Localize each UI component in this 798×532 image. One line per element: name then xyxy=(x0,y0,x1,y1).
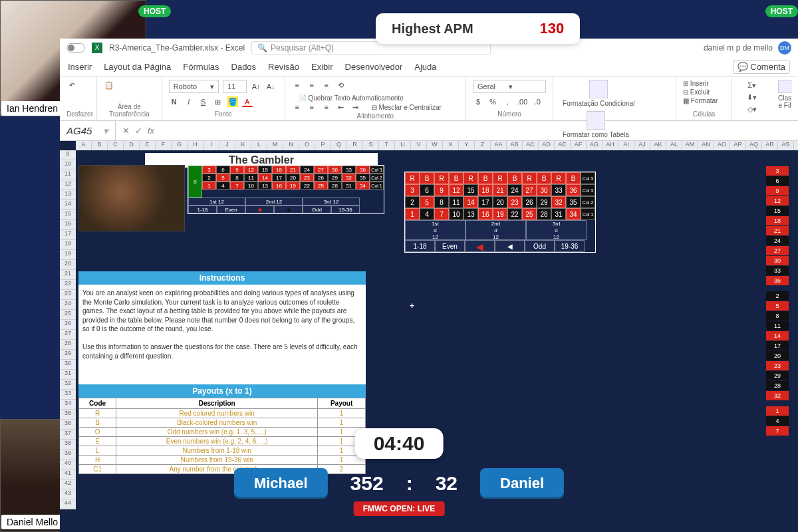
paste-button[interactable]: 📋 xyxy=(104,80,114,90)
fill-color[interactable]: 🪣 xyxy=(227,96,238,107)
timer: 04:40 xyxy=(355,428,444,459)
ribbon-align: ≡ ≡ ≡ ⟲ 📄 Quebrar Texto Automaticamente … xyxy=(285,77,466,120)
user-area[interactable]: daniel m p de mello DM xyxy=(704,41,791,55)
indent-inc[interactable]: ⇥ xyxy=(350,102,361,112)
score-bar: Michael 352 : 32 Daniel xyxy=(234,468,564,499)
search-placeholder: Pesquisar (Alt+Q) xyxy=(271,43,334,53)
ribbon-number: Geral▾ $ % , .00 .0 Número xyxy=(466,77,553,120)
font-color[interactable]: A xyxy=(242,96,253,107)
ribbon-edit: Σ▾ ⬇▾ ◇▾ xyxy=(732,77,771,120)
ribbon-undo: ↶ Desfazer xyxy=(60,77,97,120)
score-p2: 32 xyxy=(436,472,458,495)
menu-item[interactable]: Layout da Página xyxy=(104,62,171,72)
search-icon: 🔍 xyxy=(257,43,267,53)
ribbon-cells: ⊞ Inserir ⊟ Excluir ▦ Formatar Células xyxy=(676,77,732,120)
bold-button[interactable]: N xyxy=(169,96,180,107)
comments-button[interactable]: 💬 Comenta xyxy=(733,60,790,74)
border-button[interactable]: ⊞ xyxy=(213,96,223,107)
menu-item[interactable]: Fórmulas xyxy=(183,62,219,72)
excel-icon: X xyxy=(92,43,102,53)
instructions-box: Instructions You are an analyst keen on … xyxy=(78,271,366,398)
nametag-bottom: Daniel Mello xyxy=(1,515,63,529)
underline-button[interactable]: S xyxy=(198,96,209,107)
orient[interactable]: ⟲ xyxy=(336,80,346,90)
ribbon-font: Roboto▾ 11 A↑ A↓ N I S ⊞ 🪣 A Fonte xyxy=(162,77,285,120)
score-colon: : xyxy=(406,472,413,495)
indent-dec[interactable]: ⇤ xyxy=(336,102,346,112)
apm-label: Highest APM xyxy=(392,21,473,37)
ribbon: ↶ Desfazer 📋 Área de Transferência Robot… xyxy=(60,77,798,121)
apm-card: Highest APM 130 xyxy=(376,13,580,44)
numfmt-selector[interactable]: Geral▾ xyxy=(473,80,546,93)
nametag-top: Ian Hendren xyxy=(1,101,63,116)
cancel-icon[interactable]: ✕ xyxy=(122,126,130,136)
betting-table-main: 0369121518212427303336Col 32581114172023… xyxy=(188,165,384,214)
ribbon-styles: Formatação Condicional Formatar como Tab… xyxy=(553,77,676,120)
user-name: daniel m p de mello xyxy=(704,43,773,53)
file-title: R3-America_The-Gambler.xlsx - Excel xyxy=(109,43,245,53)
chevron-down-icon: ▾ xyxy=(210,82,214,91)
payouts-table: Payouts (x to 1) CodeDescriptionPayoutRR… xyxy=(78,384,366,474)
avatar: DM xyxy=(778,41,791,55)
italic-button[interactable]: I xyxy=(184,96,194,107)
live-badge: FMWC OPEN: LIVE xyxy=(354,501,445,516)
cursor-cross: + xyxy=(410,301,414,311)
sum-button[interactable]: Σ▾ xyxy=(747,80,757,90)
row-numbers[interactable]: 9101112131415161718192021222324252627282… xyxy=(60,150,76,509)
wrap-button[interactable]: 📄 Quebrar Texto Automaticamente xyxy=(299,94,404,102)
menu-item[interactable]: Ajuda xyxy=(414,62,436,72)
host-badge-right: HOST xyxy=(765,5,798,17)
align-mid[interactable]: ≡ xyxy=(307,80,317,90)
dec-dec[interactable]: .0 xyxy=(532,96,543,107)
merge-button[interactable]: ⊟ Mesclar e Centralizar xyxy=(372,104,442,111)
dec-inc[interactable]: .00 xyxy=(517,96,528,107)
fx-icon[interactable]: fx xyxy=(148,126,154,136)
ribbon-sort: Clas e Fil xyxy=(771,77,798,120)
align-left[interactable]: ≡ xyxy=(292,102,303,112)
instructions-header: Instructions xyxy=(78,271,366,285)
font-selector[interactable]: Roboto▾ xyxy=(169,80,219,93)
percent[interactable]: % xyxy=(487,96,498,107)
align-right[interactable]: ≡ xyxy=(321,102,332,112)
sort-filter-button[interactable]: Clas e Fil xyxy=(778,80,791,109)
delete-button[interactable]: ⊟ Excluir xyxy=(683,88,710,96)
fill-button[interactable]: ⬇▾ xyxy=(746,92,757,102)
confirm-icon[interactable]: ✓ xyxy=(135,126,142,136)
clear-button[interactable]: ◇▾ xyxy=(747,104,757,114)
payouts-header: Payouts (x to 1) xyxy=(78,384,366,398)
instructions-text-2: Use this information to answer the quest… xyxy=(82,342,362,360)
align-center[interactable]: ≡ xyxy=(307,102,317,112)
ribbon-clipboard: 📋 Área de Transferência xyxy=(97,77,162,120)
cell-reference[interactable]: AG45 ▾ xyxy=(60,121,116,140)
comma[interactable]: , xyxy=(502,96,513,107)
player1-button[interactable]: Michael xyxy=(234,468,328,499)
decrease-font[interactable]: A↓ xyxy=(265,81,276,92)
menu-item[interactable]: Desenvolvedor xyxy=(345,62,403,72)
right-number-strip: 3691215182124273033362581114172023292832… xyxy=(766,166,789,436)
undo-button[interactable]: ↶ xyxy=(66,80,77,90)
roulette-image xyxy=(78,165,185,231)
table-fmt-button[interactable]: Formatar como Tabela xyxy=(560,111,632,138)
cond-fmt-button[interactable]: Formatação Condicional xyxy=(560,80,637,107)
menu-item[interactable]: Exibir xyxy=(311,62,333,72)
score-p1: 352 xyxy=(350,472,384,495)
insert-button[interactable]: ⊞ Inserir xyxy=(683,80,709,87)
apm-value: 130 xyxy=(540,20,565,37)
format-button[interactable]: ▦ Formatar xyxy=(683,97,718,104)
column-headers[interactable]: ABCDEFGHIJKLMNOPQRSTUVWXYZAAABACADAEAFAG… xyxy=(76,141,798,150)
menubar: Inserir Layout da Página Fórmulas Dados … xyxy=(60,57,798,77)
player2-button[interactable]: Daniel xyxy=(480,468,564,499)
align-top[interactable]: ≡ xyxy=(292,80,303,90)
autosave-toggle[interactable] xyxy=(66,43,85,53)
currency[interactable]: $ xyxy=(473,96,483,107)
menu-item[interactable]: Revisão xyxy=(268,62,299,72)
instructions-text-1: You are an analyst keen on exploring pro… xyxy=(82,289,362,334)
increase-font[interactable]: A↑ xyxy=(251,81,261,92)
formula-bar: AG45 ▾ ✕ ✓ fx xyxy=(60,121,798,141)
menu-item[interactable]: Inserir xyxy=(68,62,92,72)
host-badge-top: HOST xyxy=(138,5,171,17)
align-bot[interactable]: ≡ xyxy=(321,80,332,90)
betting-table-copy: RBRBRBRBRBRBCol 3369121518212427303336Co… xyxy=(404,172,596,253)
menu-item[interactable]: Dados xyxy=(231,62,257,72)
fontsize-selector[interactable]: 11 xyxy=(223,80,247,93)
